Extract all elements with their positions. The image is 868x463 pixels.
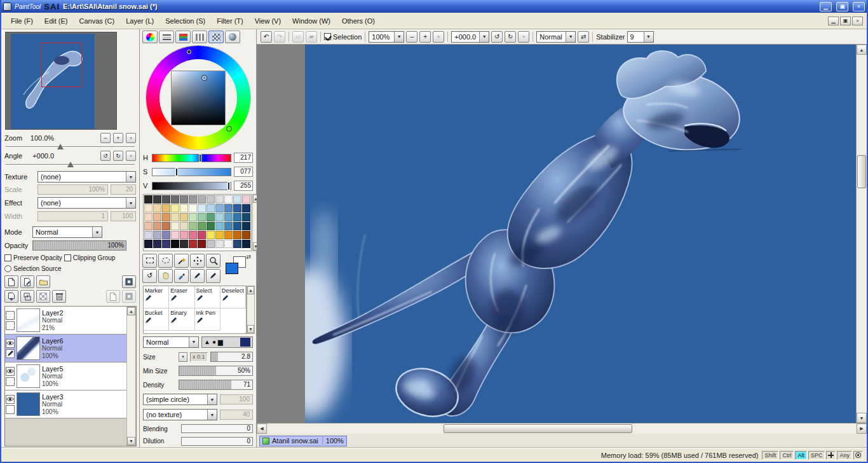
color-swatch[interactable] xyxy=(189,240,197,248)
selection-pen-tool[interactable] xyxy=(190,269,205,283)
color-swatch[interactable] xyxy=(180,213,188,221)
layer-opacity-slider[interactable]: 100% xyxy=(32,240,126,251)
color-swatch[interactable] xyxy=(144,222,153,230)
blending-slider[interactable]: 0 xyxy=(181,424,253,433)
color-swatch[interactable] xyxy=(242,204,250,212)
chevron-down-icon[interactable]: ▼ xyxy=(394,32,403,42)
color-swatch[interactable] xyxy=(162,204,170,212)
chevron-down-icon[interactable]: ▼ xyxy=(126,198,135,208)
brush-edge-shapes[interactable]: ▲ ● ▆ xyxy=(201,336,253,348)
color-swatch[interactable] xyxy=(242,240,250,248)
color-swatch[interactable] xyxy=(153,240,161,248)
tool-list-scrollbar[interactable]: ▲ ▼ xyxy=(247,286,255,334)
lasso-tool[interactable] xyxy=(158,254,173,268)
sv-cursor[interactable] xyxy=(202,76,207,80)
value-slider-thumb[interactable] xyxy=(228,183,229,190)
menu-item-layer[interactable]: Layer (L) xyxy=(120,15,159,27)
layer-paint-indicator[interactable] xyxy=(6,321,15,330)
swatches-tab[interactable] xyxy=(192,31,207,43)
hand-tool[interactable] xyxy=(158,269,173,283)
layer-paint-indicator[interactable] xyxy=(6,377,15,386)
chevron-down-icon[interactable]: ▼ xyxy=(92,227,102,237)
chevron-down-icon[interactable]: ▼ xyxy=(189,337,198,347)
color-swatch[interactable] xyxy=(215,231,224,239)
scroll-down-icon[interactable]: ▼ xyxy=(127,437,135,445)
menu-item-filter[interactable]: Filter (T) xyxy=(211,15,249,27)
color-wheel-tab[interactable] xyxy=(142,31,158,43)
color-swatch[interactable] xyxy=(233,231,241,239)
tool-select[interactable]: Select xyxy=(195,286,220,308)
layer-visibility-toggle[interactable] xyxy=(6,339,15,348)
color-swatch[interactable] xyxy=(224,222,233,230)
color-swatch[interactable] xyxy=(189,222,197,230)
menu-item-view[interactable]: View (V) xyxy=(249,15,287,27)
color-swatch[interactable] xyxy=(180,222,188,230)
zoom-tool[interactable] xyxy=(206,254,220,268)
chevron-down-icon[interactable]: ▼ xyxy=(566,32,575,42)
rotate-view-tool[interactable]: ↺ xyxy=(142,269,157,283)
rotate-ccw-button[interactable]: ↺ xyxy=(100,151,111,161)
zoom-in-button[interactable]: + xyxy=(113,133,123,143)
doc-restore-button[interactable]: ▣ xyxy=(840,17,851,25)
min-size-slider[interactable]: 50% xyxy=(179,366,253,376)
color-swatch[interactable] xyxy=(224,204,233,212)
brush-blend-mode-dropdown[interactable]: Normal ▼ xyxy=(143,336,199,348)
color-swatch[interactable] xyxy=(233,195,241,204)
color-swatch[interactable] xyxy=(207,222,215,230)
horizontal-scroll-thumb[interactable] xyxy=(444,424,632,433)
rectangle-select-tool[interactable] xyxy=(142,254,157,268)
invert-selection-button[interactable]: ▰ xyxy=(306,31,317,43)
menu-item-file[interactable]: File (F) xyxy=(5,15,39,27)
paint-mode-dropdown[interactable]: Normal ▼ xyxy=(536,31,576,43)
hue-marker-secondary[interactable] xyxy=(226,126,232,132)
vertical-scroll-track[interactable] xyxy=(857,55,867,413)
view-zoom-dropdown[interactable]: 100% ▼ xyxy=(369,31,404,43)
clear-layer-button[interactable] xyxy=(36,290,50,303)
brush-size-slider[interactable]: 2.8 xyxy=(210,352,253,362)
chevron-down-icon[interactable]: ▼ xyxy=(126,172,135,182)
undo-button[interactable]: ↶ xyxy=(261,31,272,43)
color-swatch[interactable] xyxy=(207,240,215,248)
layer-paint-indicator[interactable] xyxy=(6,349,15,358)
color-swatch[interactable] xyxy=(198,240,206,248)
tool-eraser[interactable]: Eraser xyxy=(169,286,194,308)
menu-item-window[interactable]: Window (W) xyxy=(287,15,336,27)
color-swatch[interactable] xyxy=(242,213,250,221)
swap-colors-icon[interactable]: ⇄ xyxy=(246,254,251,260)
zoom-out-button[interactable]: – xyxy=(406,31,417,43)
angle-reset-button[interactable]: ▫ xyxy=(518,31,529,43)
new-layer-set-button[interactable] xyxy=(36,275,50,288)
color-swatch[interactable] xyxy=(144,195,153,204)
layer-visibility-toggle[interactable] xyxy=(6,311,15,320)
tool-binary[interactable]: Binary xyxy=(169,308,194,331)
brush-shape-round-icon[interactable]: ● xyxy=(212,338,216,345)
color-swatch[interactable] xyxy=(171,204,179,212)
color-swatch[interactable] xyxy=(207,231,215,239)
color-swatch[interactable] xyxy=(189,204,197,212)
color-swatch[interactable] xyxy=(242,195,250,204)
tool-ink-pen[interactable]: Ink Pen xyxy=(195,308,220,331)
scroll-down-icon[interactable]: ▼ xyxy=(857,413,867,423)
layer-row[interactable]: Layer5Normal100% xyxy=(5,363,126,390)
color-swatch[interactable] xyxy=(198,213,206,221)
rotate-ccw-button[interactable]: ↺ xyxy=(491,31,503,43)
scroll-up-icon[interactable]: ▲ xyxy=(247,286,254,294)
zoom-slider-thumb[interactable] xyxy=(57,144,64,149)
color-swatch[interactable] xyxy=(189,213,197,221)
new-layer-button[interactable] xyxy=(4,275,18,288)
zoom-reset-button[interactable]: ▫ xyxy=(126,133,136,143)
paint-effect-button[interactable] xyxy=(106,290,120,303)
tool-marker[interactable]: Marker xyxy=(144,286,169,308)
color-swatch[interactable] xyxy=(224,240,233,248)
flip-horizontal-button[interactable]: ⇄ xyxy=(578,31,589,43)
color-swatch[interactable] xyxy=(224,213,233,221)
scroll-up-icon[interactable]: ▲ xyxy=(127,307,135,315)
color-swatch[interactable] xyxy=(233,213,241,221)
color-swatch[interactable] xyxy=(189,195,197,204)
rotate-cw-button[interactable]: ↻ xyxy=(505,31,516,43)
color-swatch[interactable] xyxy=(171,222,179,230)
scroll-right-icon[interactable]: ▶ xyxy=(857,424,867,434)
color-mixer-tab[interactable] xyxy=(225,31,240,43)
brush-shape-flat-icon[interactable]: ▆ xyxy=(218,338,223,345)
layer-texture-dropdown[interactable]: (none) ▼ xyxy=(37,171,136,183)
